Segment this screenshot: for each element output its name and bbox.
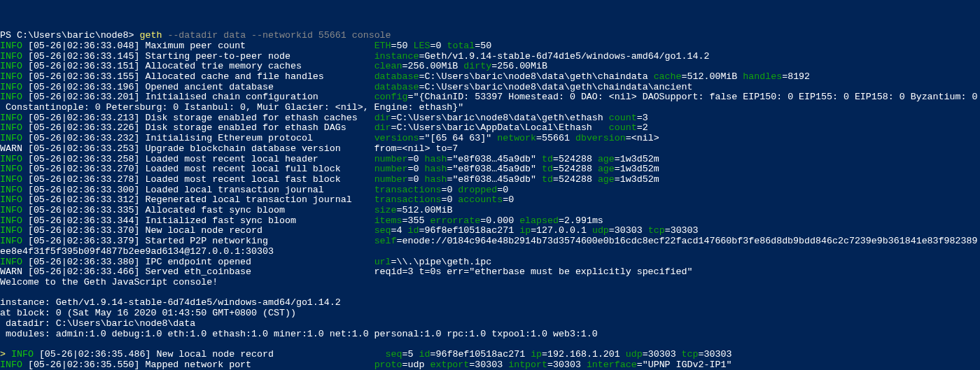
log-text: =96f8ef10518ac271 [430,349,531,360]
kv-key: proto [374,360,402,370]
log-text [0,339,6,349]
kv-key: id [408,225,419,236]
log-level: INFO [0,360,28,370]
kv-key: number [374,174,408,185]
log-text: > [0,349,11,360]
log-level: INFO [0,205,28,215]
log-text: =C:\Users\baric\node8\data\geth\chaindat… [419,82,692,92]
log-text [0,287,6,298]
log-text: [05-26|02:36:33.335] Allocated fast sync… [28,205,374,215]
log-text: =0 [441,194,458,205]
log-text: [05-26|02:36:33.312] Regenerated local t… [28,194,374,205]
log-text: at block: 0 (Sat May 16 2020 01:43:50 GM… [0,308,296,318]
log-text: ee8e4f31f5f395b09f4877b2ee9ad6134@127.0.… [0,246,274,257]
log-level: INFO [0,61,28,71]
terminal-output[interactable]: PS C:\Users\baric\node8> geth --datadir … [0,31,980,370]
log-text: =C:\Users\baric\node8\data\geth\ethash [391,113,609,123]
log-text: [05-26|02:36:33.379] Started P2P network… [28,236,374,246]
log-level: INFO [0,174,28,185]
log-line: Welcome to the Geth JavaScript console! [0,278,980,288]
log-line: INFO [05-26|02:36:35.550] Mapped network… [0,360,980,370]
log-text: [05-26|02:36:33.380] IPC endpoint opened [28,257,374,267]
log-text: =524288 [553,164,598,174]
kv-key: database [374,71,419,82]
log-line: INFO [05-26|02:36:33.258] Loaded most re… [0,155,980,165]
kv-key: self [374,236,397,246]
log-text: [05-26|02:36:33.145] Starting peer-to-pe… [28,51,374,62]
kv-key: udp [626,349,643,360]
kv-key: number [374,164,408,174]
log-line: WARN [05-26|02:36:33.466] Served eth_coi… [0,267,980,278]
log-line: INFO [05-26|02:36:33.145] Starting peer-… [0,52,980,62]
kv-key: tcp [682,349,699,360]
log-line: INFO [05-26|02:36:33.312] Regenerated lo… [0,195,980,206]
log-level: INFO [0,194,28,205]
kv-key: age [598,154,615,164]
log-level: INFO [0,154,28,164]
log-text: [05-26|02:36:33.370] New local node reco… [28,225,374,236]
log-line: datadir: C:\Users\baric\node8\data [0,319,980,329]
kv-key: clean [374,61,402,71]
log-text: =50 [391,41,414,51]
log-text: =30303 [547,360,587,370]
log-line: ee8e4f31f5f395b09f4877b2ee9ad6134@127.0.… [0,247,980,257]
log-line: INFO [05-26|02:36:33.380] IPC endpoint o… [0,257,980,268]
cmd-args: --datadir data --networkid 55661 console [162,30,391,41]
kv-key: hash [424,174,447,185]
log-text: =1w3d52m [615,174,659,185]
log-line: > INFO [05-26|02:36:35.486] New local no… [0,350,980,360]
log-line: INFO [05-26|02:36:33.379] Started P2P ne… [0,236,980,247]
log-line: INFO [05-26|02:36:33.278] Loaded most re… [0,175,980,185]
log-line: modules: admin:1.0 debug:1.0 eth:1.0 eth… [0,329,980,340]
log-text: =5 [402,349,419,360]
kv-key: ETH [374,41,391,51]
log-line: WARN [05-26|02:36:33.253] Upgrade blockc… [0,144,980,155]
log-text: =0 [497,185,508,195]
log-text: ="[65 64 63]" [419,133,497,143]
log-level: INFO [11,349,39,360]
log-text: [05-26|02:36:33.344] Initialized fast sy… [28,215,374,226]
log-text: =0 [430,41,447,51]
log-text: [05-26|02:36:33.232] Initialising Ethere… [28,133,374,143]
log-text: =<nil> [626,133,659,143]
log-level: INFO [0,236,28,246]
kv-key: extport [430,360,469,370]
log-level: INFO [0,225,28,236]
log-text: =0.000 [480,215,519,226]
kv-key: hash [424,154,447,164]
log-line: INFO [05-26|02:36:33.201] Initialised ch… [0,92,980,103]
log-level: INFO [0,133,28,143]
log-text: =1w3d52m [615,154,659,164]
log-text: =30303 [665,225,699,236]
log-level: INFO [0,122,28,133]
log-text: =512.00MiB [682,71,743,82]
log-text: [05-26|02:36:33.048] Maximum peer count [28,41,374,51]
log-line: INFO [05-26|02:36:33.213] Disk storage e… [0,113,980,124]
log-text: [05-26|02:36:35.550] Mapped network port [28,360,374,370]
kv-key: dir [374,122,391,133]
log-line: INFO [05-26|02:36:33.232] Initialising E… [0,134,980,144]
kv-key: transactions [374,194,442,205]
log-line: INFO [05-26|02:36:33.370] New local node… [0,226,980,236]
kv-key: config [374,92,408,102]
log-text: ="{ChainID: 53397 Homestead: 0 DAO: <nil… [408,92,978,102]
log-text: [05-26|02:36:33.201] Initialised chain c… [28,92,374,102]
log-text: =1w3d52m [615,164,659,174]
log-text: ="e8f038…45a9db" [447,164,542,174]
log-text: ="e8f038…45a9db" [447,154,542,164]
kv-key: hash [424,164,447,174]
log-text: WARN [05-26|02:36:33.253] Upgrade blockc… [0,143,458,154]
log-text: =55661 [536,133,575,143]
log-text: [05-26|02:36:33.151] Allocated trie memo… [28,61,374,71]
log-text: =30303 [469,360,508,370]
log-line: INFO [05-26|02:36:33.300] Loaded local t… [0,185,980,196]
kv-key: td [542,154,553,164]
log-text: [05-26|02:36:35.486] New local node reco… [39,349,386,360]
log-text: =127.0.0.1 [531,225,592,236]
kv-key: items [374,215,402,226]
log-line: INFO [05-26|02:36:33.335] Allocated fast… [0,206,980,216]
log-level: INFO [0,113,28,123]
kv-key: count [609,113,637,123]
cmd-main: geth [140,30,162,41]
log-level: INFO [0,71,28,82]
